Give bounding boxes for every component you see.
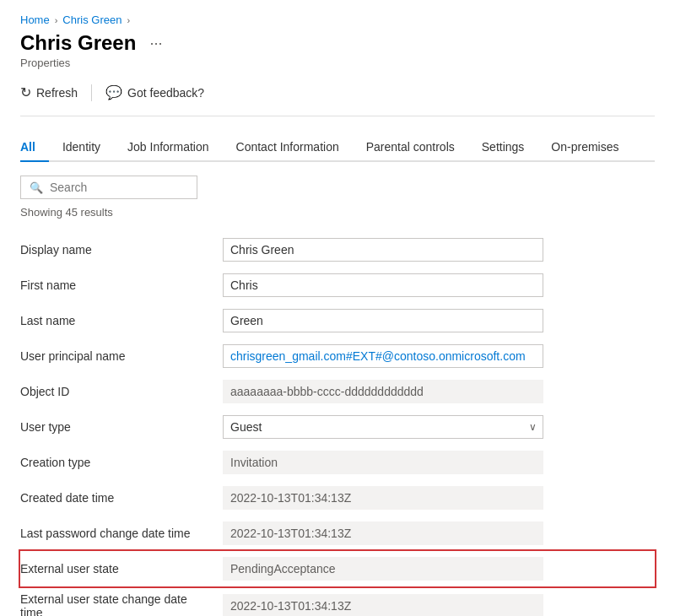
field-input-external-user-state [223, 557, 543, 581]
field-select-wrapper-user-type: GuestMember∨ [223, 415, 543, 439]
toolbar-divider [91, 84, 92, 101]
field-row-user-type: User typeGuestMember∨ [20, 409, 655, 445]
breadcrumb-user[interactable]: Chris Green [62, 14, 122, 26]
field-value-creation-type [223, 445, 655, 480]
field-value-external-user-state-change [223, 586, 655, 616]
search-icon: 🔍 [30, 181, 43, 194]
field-value-external-user-state [223, 551, 655, 586]
field-input-creation-type [223, 451, 543, 474]
tab-settings[interactable]: Settings [468, 133, 538, 160]
field-label-object-id: Object ID [20, 374, 223, 409]
field-label-external-user-state: External user state [20, 551, 223, 586]
field-input-last-password-change [223, 521, 543, 545]
toolbar: ↻ Refresh 💬 Got feedback? [20, 81, 655, 116]
field-value-display-name[interactable] [223, 232, 655, 267]
field-input-first-name[interactable] [223, 273, 543, 297]
field-value-object-id [223, 374, 655, 409]
field-input-object-id [223, 380, 543, 403]
results-count: Showing 45 results [20, 206, 655, 219]
feedback-icon: 💬 [105, 84, 122, 100]
field-row-first-name: First name [20, 267, 655, 303]
field-label-user-type: User type [20, 409, 223, 445]
field-label-external-user-state-change: External user state change date time [20, 586, 223, 616]
field-label-creation-type: Creation type [20, 445, 223, 480]
tab-contact-information[interactable]: Contact Information [223, 133, 353, 160]
tab-all[interactable]: All [20, 133, 49, 160]
field-row-external-user-state-change: External user state change date time [20, 586, 655, 616]
field-row-object-id: Object ID [20, 374, 655, 409]
field-value-user-type[interactable]: GuestMember∨ [223, 409, 655, 445]
page-subtitle: Properties [20, 57, 655, 69]
breadcrumb-chevron1: › [55, 15, 58, 25]
field-label-first-name: First name [20, 267, 223, 303]
field-input-created-date-time [223, 486, 543, 510]
search-box: 🔍 [20, 176, 197, 199]
tab-job-information[interactable]: Job Information [114, 133, 223, 160]
field-input-display-name[interactable] [223, 238, 543, 262]
feedback-label: Got feedback? [127, 86, 204, 100]
field-value-user-principal-name[interactable] [223, 338, 655, 374]
field-value-created-date-time [223, 480, 655, 516]
refresh-button[interactable]: ↻ Refresh [20, 81, 88, 104]
page-title: Chris Green [20, 31, 136, 55]
field-value-last-name[interactable] [223, 303, 655, 338]
field-label-user-principal-name: User principal name [20, 338, 223, 374]
breadcrumb-home[interactable]: Home [20, 14, 50, 26]
field-input-user-principal-name[interactable] [223, 344, 543, 368]
fields-table: Display nameFirst nameLast nameUser prin… [20, 232, 655, 616]
tab-identity[interactable]: Identity [49, 133, 114, 160]
refresh-label: Refresh [36, 86, 78, 100]
field-label-created-date-time: Created date time [20, 480, 223, 516]
field-row-display-name: Display name [20, 232, 655, 267]
field-input-last-name[interactable] [223, 309, 543, 332]
field-row-user-principal-name: User principal name [20, 338, 655, 374]
field-row-external-user-state: External user state [20, 551, 655, 586]
field-value-first-name[interactable] [223, 267, 655, 303]
tabs: All Identity Job Information Contact Inf… [20, 133, 655, 162]
field-label-last-password-change: Last password change date time [20, 516, 223, 551]
field-row-last-name: Last name [20, 303, 655, 338]
field-label-display-name: Display name [20, 232, 223, 267]
breadcrumb: Home › Chris Green › [20, 14, 655, 26]
field-row-creation-type: Creation type [20, 445, 655, 480]
tab-parental-controls[interactable]: Parental controls [353, 133, 468, 160]
field-select-user-type[interactable]: GuestMember [223, 415, 543, 439]
feedback-button[interactable]: 💬 Got feedback? [95, 81, 214, 104]
field-row-last-password-change: Last password change date time [20, 516, 655, 551]
breadcrumb-chevron2: › [127, 15, 130, 25]
field-input-external-user-state-change [223, 594, 543, 616]
field-label-last-name: Last name [20, 303, 223, 338]
ellipsis-button[interactable]: ··· [144, 33, 167, 54]
field-row-created-date-time: Created date time [20, 480, 655, 516]
tab-on-premises[interactable]: On-premises [537, 133, 632, 160]
refresh-icon: ↻ [20, 84, 31, 100]
search-input[interactable] [50, 181, 188, 194]
field-value-last-password-change [223, 516, 655, 551]
